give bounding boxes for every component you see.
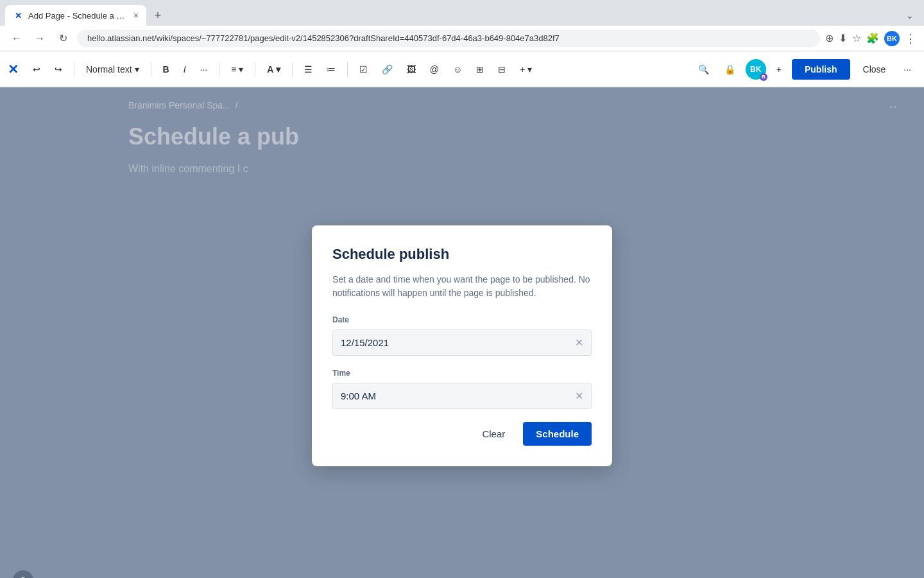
toolbar-divider-6 xyxy=(347,62,348,77)
undo-button[interactable]: ↩ xyxy=(28,60,46,78)
date-form-group: Date ✕ xyxy=(332,315,592,356)
confluence-logo: ✕ xyxy=(8,62,19,77)
columns-button[interactable]: ⊟ xyxy=(493,60,511,78)
download-icon[interactable]: ⬇ xyxy=(839,32,847,44)
bold-button[interactable]: B xyxy=(158,60,175,78)
date-input[interactable] xyxy=(341,337,575,348)
restrict-button[interactable]: 🔒 xyxy=(719,60,740,78)
toolbar-divider-1 xyxy=(74,62,74,77)
browser-menu-button[interactable]: ⋮ xyxy=(905,31,916,46)
clear-button[interactable]: Clear xyxy=(472,422,515,446)
new-tab-button[interactable]: + xyxy=(149,6,167,24)
italic-button[interactable]: I xyxy=(178,60,191,78)
user-avatar[interactable]: BK B xyxy=(746,59,766,80)
reload-button[interactable]: ↻ xyxy=(54,30,72,48)
align-button[interactable]: ≡ ▾ xyxy=(226,60,248,78)
bookmark-icon[interactable]: ☆ xyxy=(852,32,861,44)
modal-description: Set a date and time when you want the pa… xyxy=(332,273,592,300)
publish-button[interactable]: Publish xyxy=(792,59,850,80)
text-style-dropdown[interactable]: Normal text ▾ xyxy=(81,62,144,77)
time-input[interactable] xyxy=(341,390,575,401)
schedule-publish-modal: Schedule publish Set a date and time whe… xyxy=(312,225,612,466)
zoom-icon[interactable]: ⊕ xyxy=(825,32,834,44)
close-editor-button[interactable]: Close xyxy=(855,59,894,80)
image-button[interactable]: 🖼 xyxy=(402,60,421,78)
toolbar-divider-2 xyxy=(151,62,151,77)
bullet-list-button[interactable]: ☰ xyxy=(299,60,318,78)
extensions-icon[interactable]: 🧩 xyxy=(866,32,879,44)
tab-favicon: ✕ xyxy=(13,10,23,21)
tab-title: Add Page - Schedule a publish xyxy=(28,11,128,21)
time-input-wrapper: ✕ xyxy=(332,383,592,409)
time-label: Time xyxy=(332,369,592,378)
toolbar-divider-5 xyxy=(292,62,293,77)
search-button[interactable]: 🔍 xyxy=(693,60,714,78)
tab-close-button[interactable]: × xyxy=(133,10,139,21)
toolbar-divider-3 xyxy=(219,62,219,77)
table-button[interactable]: ⊞ xyxy=(471,60,489,78)
task-button[interactable]: ☑ xyxy=(354,60,373,78)
editor-page-bg: Branimirs Personal Spa... / Schedule a p… xyxy=(0,87,924,578)
url-bar: ← → ↻ ⊕ ⬇ ☆ 🧩 BK ⋮ xyxy=(0,26,924,51)
active-tab[interactable]: ✕ Add Page - Schedule a publish × xyxy=(5,5,146,26)
forward-button[interactable]: → xyxy=(31,30,49,48)
modal-title: Schedule publish xyxy=(332,246,592,263)
emoji-button[interactable]: ☺ xyxy=(448,60,467,78)
font-color-button[interactable]: A ▾ xyxy=(262,60,285,78)
schedule-button[interactable]: Schedule xyxy=(523,422,592,446)
add-collaborator-button[interactable]: + xyxy=(771,60,787,78)
tab-chevron-icon[interactable]: ⌄ xyxy=(906,10,919,21)
numbered-list-button[interactable]: ≔ xyxy=(321,60,341,78)
editor-toolbar: ✕ ↩ ↪ Normal text ▾ B I ··· ≡ ▾ A ▾ ☰ ≔ … xyxy=(0,51,924,87)
insert-button[interactable]: + ▾ xyxy=(515,60,537,78)
mention-button[interactable]: @ xyxy=(425,60,444,78)
date-label: Date xyxy=(332,315,592,324)
more-text-button[interactable]: ··· xyxy=(195,60,213,78)
toolbar-divider-4 xyxy=(255,62,255,77)
more-options-button[interactable]: ··· xyxy=(898,60,916,78)
date-input-wrapper: ✕ xyxy=(332,329,592,356)
user-badge: B xyxy=(760,73,767,81)
time-form-group: Time ✕ xyxy=(332,369,592,409)
url-input[interactable] xyxy=(77,30,820,47)
time-clear-icon[interactable]: ✕ xyxy=(575,390,583,402)
link-button[interactable]: 🔗 xyxy=(377,60,398,78)
date-clear-icon[interactable]: ✕ xyxy=(575,337,583,349)
modal-overlay: Schedule publish Set a date and time whe… xyxy=(0,87,924,578)
back-button[interactable]: ← xyxy=(8,30,26,48)
modal-actions: Clear Schedule xyxy=(332,422,592,446)
redo-button[interactable]: ↪ xyxy=(49,60,67,78)
browser-user-avatar[interactable]: BK xyxy=(884,31,900,46)
